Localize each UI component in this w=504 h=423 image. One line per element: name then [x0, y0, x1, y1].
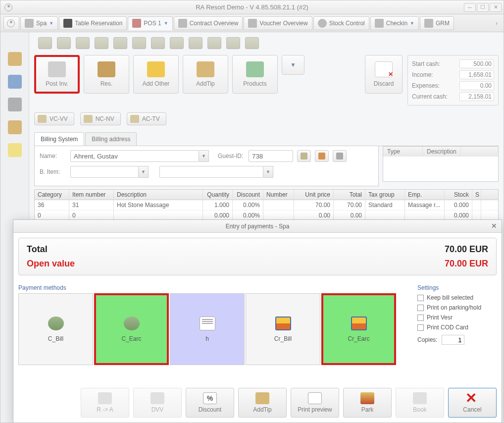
rail-note-icon[interactable] — [8, 143, 22, 157]
park-button[interactable]: Park — [343, 388, 392, 418]
checkbox[interactable] — [417, 305, 424, 311]
payment-cr-bill[interactable]: Cr_Bill — [246, 293, 320, 365]
col-header[interactable]: Description — [114, 190, 203, 200]
products-button[interactable]: Products — [232, 55, 278, 94]
col-header[interactable]: Emp. — [405, 190, 445, 200]
guest-key-button[interactable] — [315, 150, 329, 162]
chk-label: Print COD Card — [427, 324, 468, 331]
toolbar-icon[interactable] — [170, 37, 184, 49]
filter-vc-vv[interactable]: VC-VV — [34, 112, 74, 125]
toolbar-icon[interactable] — [245, 37, 259, 49]
discard-button[interactable]: ✕Discard — [365, 55, 403, 94]
toolbar-icon[interactable] — [95, 37, 108, 49]
dvv-button[interactable]: DVV — [133, 388, 182, 418]
button-label: Post Inv. — [46, 80, 68, 87]
rail-person-icon[interactable] — [8, 120, 22, 134]
cell: 70.00 — [294, 200, 334, 210]
minimize-button[interactable]: ─ — [464, 3, 476, 12]
print-cod-row[interactable]: Print COD Card — [417, 324, 497, 331]
tab-grm[interactable]: GRM — [420, 16, 454, 30]
checkbox[interactable] — [417, 324, 424, 331]
toolbar-icon[interactable] — [113, 37, 127, 49]
book-button[interactable]: Book — [396, 388, 444, 418]
print-vesr-row[interactable]: Print Vesr — [417, 314, 497, 321]
col-header[interactable]: Category — [35, 190, 69, 200]
guest-search-button[interactable] — [297, 150, 311, 162]
name-dropdown[interactable]: ▼ — [199, 150, 209, 162]
modal-close-button[interactable]: ✕ — [490, 222, 499, 230]
tab-voucher-overview[interactable]: Voucher Overview — [244, 16, 312, 30]
tabstrip-overflow[interactable]: › — [493, 20, 501, 27]
toolbar-icon[interactable] — [151, 37, 165, 49]
col-header[interactable]: Tax group — [365, 190, 405, 200]
toolbar-icon[interactable] — [189, 37, 202, 49]
post-inv-button[interactable]: Post Inv. — [34, 55, 80, 94]
toolbar-icon[interactable] — [226, 37, 240, 49]
col-header[interactable]: Unit price — [294, 190, 334, 200]
bitem2-dropdown[interactable]: ▼ — [263, 166, 273, 178]
col-header[interactable]: Discount — [233, 190, 263, 200]
payment-h[interactable]: h — [170, 293, 245, 365]
cell: Hot Stone Massage — [114, 200, 203, 210]
payment-c-bill[interactable]: C_Bill — [18, 293, 93, 365]
toolbar-icon[interactable] — [76, 37, 90, 49]
payment-c-earc[interactable]: C_Earc — [94, 293, 169, 365]
col-header[interactable]: Number — [263, 190, 294, 200]
toolbar-icon[interactable] — [38, 37, 52, 49]
cell: 31 — [69, 200, 114, 210]
rail-users-icon[interactable] — [8, 52, 22, 66]
print-preview-button[interactable]: Print preview — [291, 388, 339, 418]
checkbox[interactable] — [417, 315, 424, 321]
filter-ac-tv[interactable]: AC-TV — [127, 112, 166, 125]
contract-icon — [178, 19, 187, 28]
button-label: AddTip — [196, 80, 215, 87]
col-desc: Description — [423, 147, 461, 157]
tab-pos1[interactable]: POS 1▼ — [128, 16, 172, 30]
bitem-dropdown[interactable]: ▼ — [139, 166, 149, 178]
pm-label: Cr_Earc — [348, 335, 369, 342]
copies-input[interactable] — [442, 335, 464, 345]
name-input[interactable] — [70, 150, 199, 162]
cell: 70.00 — [334, 200, 365, 210]
search-book-icon — [98, 61, 115, 77]
bitem2-input[interactable] — [159, 166, 263, 178]
add-tip-button[interactable]: AddTip — [183, 55, 228, 94]
tab-spa[interactable]: Spa▼ — [20, 16, 58, 30]
discount-button[interactable]: %Discount — [186, 388, 234, 418]
tab-billing-system[interactable]: Billing System — [34, 132, 84, 146]
expand-button[interactable]: ▼ — [282, 55, 304, 75]
addtip-button[interactable]: AddTip — [238, 388, 287, 418]
tab-table-reservation[interactable]: Table Reservation — [59, 16, 127, 30]
res-button[interactable]: Res. — [84, 55, 129, 94]
tab-checkin[interactable]: Checkin▼ — [370, 16, 419, 30]
tab-stock-control[interactable]: Stock Control — [313, 16, 369, 30]
filter-nc-nv[interactable]: NC-NV — [80, 112, 121, 125]
col-header[interactable]: S — [472, 190, 481, 200]
col-header[interactable]: Stock — [445, 190, 472, 200]
toolbar-icon[interactable] — [207, 37, 221, 49]
checkbox[interactable] — [417, 295, 424, 301]
toolbar-icon[interactable] — [57, 37, 71, 49]
keep-bill-row[interactable]: Keep bill selected — [417, 294, 497, 301]
ra-button[interactable]: R -> A — [81, 388, 129, 418]
rail-calendar-icon[interactable] — [8, 75, 22, 89]
guest-id-input[interactable] — [249, 150, 293, 162]
print-park-row[interactable]: Print on parking/hold — [417, 304, 497, 311]
home-tab[interactable] — [3, 16, 19, 30]
cancel-button[interactable]: ✕Cancel — [448, 388, 497, 418]
toolbar-icon[interactable] — [132, 37, 146, 49]
grid-row[interactable]: 3631Hot Stone Massage1.0000.00%70.0070.0… — [35, 200, 498, 211]
guest-link-button[interactable] — [333, 150, 347, 162]
bitem-input[interactable] — [70, 166, 139, 178]
tab-billing-address[interactable]: Billing address — [85, 132, 137, 146]
payment-cr-earc[interactable]: Cr_Earc — [321, 293, 396, 365]
maximize-button[interactable]: ☐ — [477, 3, 489, 12]
col-header[interactable]: Quantity — [203, 190, 233, 200]
rail-sync-icon[interactable] — [8, 98, 22, 111]
close-button[interactable]: ✕ — [490, 3, 502, 12]
col-header[interactable]: Item number — [69, 190, 114, 200]
titlebar: RA Resort Demo - V 4.85.508.21.1 (#2) ─ … — [0, 0, 504, 14]
tab-contract-overview[interactable]: Contract Overview — [174, 16, 243, 30]
add-other-button[interactable]: Add Other — [133, 55, 179, 94]
col-header[interactable]: Total — [334, 190, 365, 200]
